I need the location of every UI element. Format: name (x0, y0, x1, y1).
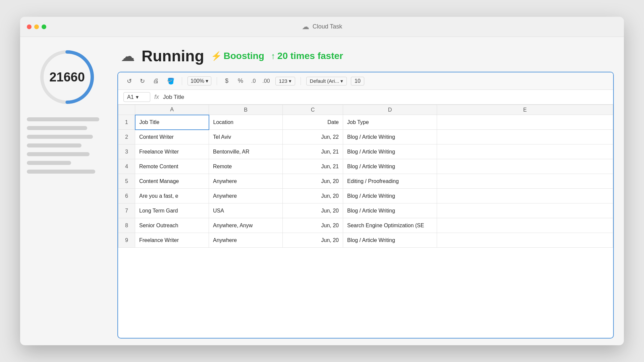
cell-2-D[interactable]: Blog / Article Writing (343, 130, 437, 144)
sidebar-bar (27, 135, 93, 139)
zoom-label: 100% (191, 78, 204, 84)
cell-4-D[interactable]: Blog / Article Writing (343, 159, 437, 174)
table-row: 8Senior OutreachAnywhere, AnywJun, 20Sea… (118, 218, 613, 233)
font-arrow-icon: ▾ (340, 78, 343, 84)
sidebar-bar (27, 126, 87, 130)
currency-button[interactable]: $ (222, 77, 231, 84)
number-format-selector[interactable]: 123 ▾ (275, 77, 295, 85)
title-area: ☁ Cloud Task (302, 22, 342, 31)
maximize-button[interactable] (42, 24, 46, 29)
cell-2-A[interactable]: Content Writer (135, 130, 209, 144)
cell-1-A[interactable]: Job Title (135, 115, 209, 130)
row-header-7[interactable]: 7 (118, 203, 135, 218)
cell-6-B[interactable]: Anywhere (209, 189, 283, 203)
row-header-8[interactable]: 8 (118, 218, 135, 233)
cell-6-A[interactable]: Are you a fast, e (135, 189, 209, 203)
minimize-button[interactable] (34, 24, 39, 29)
cell-5-E[interactable] (437, 174, 613, 189)
cell-6-E[interactable] (437, 189, 613, 203)
status-header: ☁ Running ⚡ Boosting ↑ 20 times faster (117, 44, 614, 72)
table-row: 9Freelance WriterAnywhereJun, 20Blog / A… (118, 233, 613, 248)
sidebar-bar (27, 143, 82, 147)
cell-1-D[interactable]: Job Type (343, 115, 437, 130)
font-selector[interactable]: Default (Ari... ▾ (306, 77, 347, 85)
cell-1-E[interactable] (437, 115, 613, 130)
cell-8-D[interactable]: Search Engine Optimization (SE (343, 218, 437, 233)
column-header-a[interactable]: A (135, 105, 209, 115)
cell-7-E[interactable] (437, 203, 613, 218)
cell-9-C[interactable]: Jun, 20 (283, 233, 343, 248)
decimal-right-button[interactable]: .00 (261, 78, 271, 84)
row-header-6[interactable]: 6 (118, 189, 135, 203)
cell-8-E[interactable] (437, 218, 613, 233)
fx-icon: fx (154, 94, 159, 101)
cell-4-C[interactable]: Jun, 21 (283, 159, 343, 174)
cell-8-A[interactable]: Senior Outreach (135, 218, 209, 233)
column-header-b[interactable]: B (209, 105, 283, 115)
cell-2-C[interactable]: Jun, 22 (283, 130, 343, 144)
toolbar-divider-3 (301, 77, 301, 85)
sidebar-bars (27, 117, 107, 174)
app-title: Cloud Task (313, 23, 342, 30)
cell-5-C[interactable]: Jun, 20 (283, 174, 343, 189)
cell-3-E[interactable] (437, 144, 613, 159)
cell-5-B[interactable]: Anywhere (209, 174, 283, 189)
cell-1-B[interactable]: Location (209, 115, 283, 130)
cell-9-B[interactable]: Anywhere (209, 233, 283, 248)
cell-8-C[interactable]: Jun, 20 (283, 218, 343, 233)
cell-2-E[interactable] (437, 130, 613, 144)
cell-7-B[interactable]: USA (209, 203, 283, 218)
row-header-4[interactable]: 4 (118, 159, 135, 174)
fontsize-label: 10 (355, 78, 361, 84)
row-header-3[interactable]: 3 (118, 144, 135, 159)
status-faster: ↑ 20 times faster (271, 51, 343, 61)
undo-button[interactable]: ↺ (125, 76, 134, 86)
cell-9-A[interactable]: Freelance Writer (135, 233, 209, 248)
fontsize-selector[interactable]: 10 (351, 77, 364, 85)
toolbar-divider-1 (182, 77, 182, 85)
column-header-d[interactable]: D (343, 105, 437, 115)
table-row: 3Freelance WriterBentonville, ARJun, 21B… (118, 144, 613, 159)
right-panel: ☁ Running ⚡ Boosting ↑ 20 times faster ↺… (114, 37, 624, 345)
cell-9-D[interactable]: Blog / Article Writing (343, 233, 437, 248)
cell-3-C[interactable]: Jun, 21 (283, 144, 343, 159)
row-header-2[interactable]: 2 (118, 130, 135, 144)
cell-5-D[interactable]: Editing / Proofreading (343, 174, 437, 189)
cell-7-C[interactable]: Jun, 20 (283, 203, 343, 218)
decimal-left-button[interactable]: .0 (250, 78, 257, 84)
cell-5-A[interactable]: Content Manage (135, 174, 209, 189)
cell-4-A[interactable]: Remote Content (135, 159, 209, 174)
column-header-e[interactable]: E (437, 105, 613, 115)
cell-3-A[interactable]: Freelance Writer (135, 144, 209, 159)
row-header-9[interactable]: 9 (118, 233, 135, 248)
row-header-5[interactable]: 5 (118, 174, 135, 189)
cell-9-E[interactable] (437, 233, 613, 248)
cell-7-D[interactable]: Blog / Article Writing (343, 203, 437, 218)
print-button[interactable]: 🖨 (151, 76, 161, 86)
format-painter-button[interactable]: 🪣 (165, 76, 176, 86)
table-row: 1Job TitleLocationDateJob Type (118, 115, 613, 130)
boost-lightning-icon: ⚡ (211, 51, 222, 61)
cell-reference-box[interactable]: A1 ▾ (123, 92, 150, 102)
cell-3-B[interactable]: Bentonville, AR (209, 144, 283, 159)
cell-7-A[interactable]: Long Term Gard (135, 203, 209, 218)
row-header-1[interactable]: 1 (118, 115, 135, 130)
formula-bar: A1 ▾ fx Job Title (118, 90, 613, 105)
close-button[interactable] (27, 24, 32, 29)
cell-2-B[interactable]: Tel Aviv (209, 130, 283, 144)
redo-button[interactable]: ↻ (138, 76, 147, 86)
sidebar-bar (27, 152, 90, 156)
cell-4-E[interactable] (437, 159, 613, 174)
cell-4-B[interactable]: Remote (209, 159, 283, 174)
main-content: 21660 ☁ Running ⚡ Boosting (20, 37, 624, 345)
main-window: ☁ Cloud Task 21660 (20, 17, 624, 345)
cell-6-D[interactable]: Blog / Article Writing (343, 189, 437, 203)
cell-8-B[interactable]: Anywhere, Anyw (209, 218, 283, 233)
cell-6-C[interactable]: Jun, 20 (283, 189, 343, 203)
zoom-selector[interactable]: 100% ▾ (187, 76, 211, 85)
cell-1-C[interactable]: Date (283, 115, 343, 130)
cell-3-D[interactable]: Blog / Article Writing (343, 144, 437, 159)
column-header-c[interactable]: C (283, 105, 343, 115)
percent-button[interactable]: % (235, 77, 246, 84)
table-row: 6Are you a fast, eAnywhereJun, 20Blog / … (118, 189, 613, 203)
